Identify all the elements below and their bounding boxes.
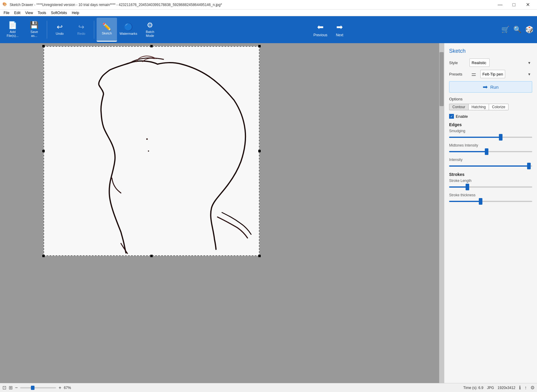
canvas-area[interactable] bbox=[0, 43, 444, 383]
save-as-label: Saveas... bbox=[30, 30, 38, 38]
sketch-label: Sketch bbox=[102, 31, 112, 35]
midtones-slider[interactable] bbox=[449, 149, 532, 155]
menu-softorbits[interactable]: SoftOrbits bbox=[49, 10, 69, 16]
minimize-button[interactable]: — bbox=[493, 0, 507, 10]
stroke-thickness-label: Stroke thickness bbox=[449, 193, 532, 197]
statusbar-right: Time (s): 6.9 JPG 1920x3412 ℹ ↑ ⚙ bbox=[463, 385, 535, 391]
intensity-slider[interactable] bbox=[449, 163, 532, 169]
toolbar-separator-2 bbox=[94, 21, 94, 39]
vertical-scrollbar[interactable] bbox=[439, 43, 444, 383]
previous-label: Previous bbox=[314, 33, 328, 37]
add-file-icon: 📄 bbox=[8, 22, 17, 29]
close-button[interactable]: ✕ bbox=[521, 0, 535, 10]
zoom-minus[interactable]: − bbox=[15, 385, 18, 391]
menubar: File Edit View Tools SoftOrbits Help bbox=[0, 10, 537, 16]
toolbar-separator-1 bbox=[47, 21, 47, 39]
menu-file[interactable]: File bbox=[1, 10, 12, 16]
share-icon[interactable]: ↑ bbox=[524, 385, 527, 391]
sketch-button[interactable]: ✏️ Sketch bbox=[97, 18, 117, 42]
batch-mode-icon: ⚙ bbox=[147, 22, 153, 29]
grid-icon[interactable]: ⊞ bbox=[9, 385, 13, 391]
redo-button[interactable]: ↪ Redo bbox=[71, 18, 92, 42]
strokes-title: Strokes bbox=[449, 172, 532, 177]
undo-button[interactable]: ↩ Undo bbox=[50, 18, 70, 42]
zoom-slider-thumb[interactable] bbox=[31, 386, 34, 390]
redo-icon: ↪ bbox=[78, 23, 84, 31]
maximize-button[interactable]: □ bbox=[507, 0, 521, 10]
sketch-svg bbox=[44, 46, 260, 256]
window-controls: — □ ✕ bbox=[493, 0, 535, 10]
presets-label: Presets bbox=[449, 72, 467, 76]
titlebar: 🎨 Sketch Drawer - ****Unregistered versi… bbox=[0, 0, 537, 10]
menu-view[interactable]: View bbox=[23, 10, 35, 16]
watermarks-label: Watermarks bbox=[120, 32, 137, 36]
previous-button[interactable]: ⬅ Previous bbox=[311, 18, 329, 42]
smudging-slider[interactable] bbox=[449, 134, 532, 140]
window-title: Sketch Drawer - ****Unregistered version… bbox=[10, 3, 493, 7]
app-icon: 🎨 bbox=[2, 2, 8, 7]
style-select[interactable]: Realistic Pencil Ink Charcoal bbox=[470, 58, 490, 67]
tab-contour[interactable]: Contour bbox=[449, 104, 469, 110]
time-label: Time (s): 6.9 bbox=[463, 386, 483, 390]
next-button[interactable]: ➡ Next bbox=[331, 18, 349, 42]
watermarks-button[interactable]: 🔵 Watermarks bbox=[118, 18, 139, 42]
tab-colorize[interactable]: Colorize bbox=[489, 104, 508, 110]
midtones-thumb[interactable] bbox=[485, 148, 488, 155]
smudging-fill bbox=[449, 137, 501, 138]
tab-hatching[interactable]: Hatching bbox=[469, 104, 489, 110]
presets-row: Presets ⚌ Felt-Tip pen Pencil Light Penc… bbox=[449, 70, 532, 78]
intensity-track bbox=[449, 165, 532, 167]
add-file-button[interactable]: 📄 AddFile(s)... bbox=[2, 18, 23, 42]
menu-tools[interactable]: Tools bbox=[35, 10, 49, 16]
style-row: Style Realistic Pencil Ink Charcoal ▾ bbox=[449, 58, 532, 67]
zoom-plus[interactable]: + bbox=[58, 385, 61, 391]
run-label: Run bbox=[490, 85, 499, 90]
panel-title: Sketch bbox=[449, 48, 532, 54]
scrollbar-thumb[interactable] bbox=[440, 52, 444, 106]
smudging-label: Smudging bbox=[449, 129, 532, 133]
style-label: Style bbox=[449, 61, 467, 65]
dimensions-label: 1920x3412 bbox=[498, 386, 515, 390]
enable-checkbox[interactable]: ✓ bbox=[449, 114, 454, 119]
next-icon: ➡ bbox=[336, 22, 343, 32]
search-icon[interactable]: 🔍 bbox=[512, 24, 523, 35]
save-as-button[interactable]: 💾 Saveas... bbox=[24, 18, 44, 42]
zoom-slider[interactable] bbox=[20, 387, 56, 388]
presets-select-wrapper: Felt-Tip pen Pencil Light Pencil Dark In… bbox=[480, 70, 532, 78]
settings-icon[interactable]: ⚙ bbox=[530, 385, 535, 391]
presets-select[interactable]: Felt-Tip pen Pencil Light Pencil Dark In… bbox=[480, 70, 505, 78]
smudging-track bbox=[449, 137, 532, 138]
redo-label: Redo bbox=[77, 32, 85, 36]
run-button[interactable]: ➡ Run bbox=[449, 81, 532, 93]
svg-point-1 bbox=[148, 150, 149, 152]
menu-help[interactable]: Help bbox=[69, 10, 82, 16]
style-select-arrow: ▾ bbox=[528, 61, 530, 65]
stroke-thickness-slider[interactable] bbox=[449, 198, 532, 204]
intensity-thumb[interactable] bbox=[527, 163, 531, 169]
stroke-length-thumb[interactable] bbox=[466, 184, 469, 190]
cube-icon[interactable]: 🎲 bbox=[524, 24, 535, 35]
edges-title: Edges bbox=[449, 122, 532, 127]
midtones-label: Midtones Intensity bbox=[449, 143, 532, 147]
stroke-thickness-thumb[interactable] bbox=[479, 198, 482, 205]
midtones-track bbox=[449, 151, 532, 152]
menu-edit[interactable]: Edit bbox=[12, 10, 23, 16]
previous-icon: ⬅ bbox=[317, 22, 324, 32]
info-icon[interactable]: ℹ bbox=[519, 385, 521, 391]
style-select-wrapper: Realistic Pencil Ink Charcoal ▾ bbox=[470, 58, 532, 67]
stroke-thickness-fill bbox=[449, 201, 481, 202]
enable-row: ✓ Enable bbox=[449, 114, 532, 119]
cart-icon[interactable]: 🛒 bbox=[500, 24, 511, 35]
run-arrow-icon: ➡ bbox=[483, 83, 488, 91]
right-panel: Sketch Style Realistic Pencil Ink Charco… bbox=[444, 43, 537, 383]
smudging-thumb[interactable] bbox=[499, 134, 502, 141]
batch-mode-button[interactable]: ⚙ BatchMode bbox=[140, 18, 160, 42]
undo-label: Undo bbox=[56, 32, 64, 36]
enable-label: Enable bbox=[456, 114, 468, 119]
format-label: JPG bbox=[487, 386, 494, 390]
stroke-length-slider[interactable] bbox=[449, 184, 532, 190]
zoom-fit-icon[interactable]: ⊡ bbox=[2, 385, 6, 391]
stroke-length-fill bbox=[449, 186, 467, 188]
sketch-icon: ✏️ bbox=[102, 23, 111, 30]
zoom-value: 67% bbox=[64, 386, 71, 390]
